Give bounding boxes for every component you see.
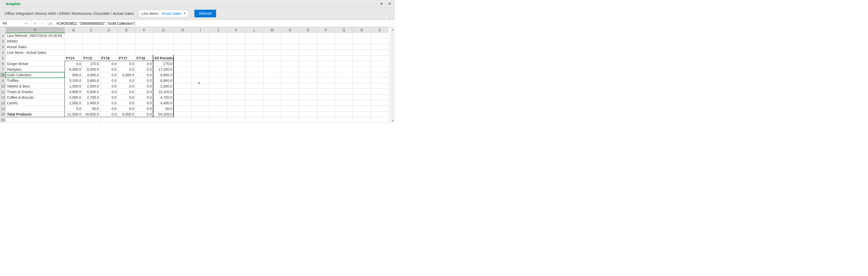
cell[interactable]	[299, 55, 317, 61]
cell[interactable]	[227, 106, 245, 112]
cell[interactable]: 2,400.0	[83, 100, 100, 106]
vertical-scrollbar[interactable]: ▴ ▾	[391, 27, 395, 123]
accept-formula-button[interactable]: ✓	[39, 20, 46, 27]
cell[interactable]: 0.0	[100, 112, 118, 117]
cell[interactable]	[210, 95, 227, 100]
cell[interactable]	[135, 33, 153, 38]
cell[interactable]	[317, 44, 335, 50]
row-header[interactable]: 2	[0, 38, 6, 44]
cell[interactable]: 0.0	[118, 95, 135, 100]
scroll-down-icon[interactable]: ▾	[391, 118, 395, 123]
cell[interactable]: 0.0	[100, 61, 118, 67]
select-all-corner[interactable]	[0, 27, 6, 33]
cell[interactable]	[174, 106, 191, 112]
cell[interactable]	[371, 117, 389, 123]
cell[interactable]	[245, 67, 263, 72]
scroll-up-icon[interactable]: ▴	[391, 27, 395, 32]
cell[interactable]	[210, 67, 227, 72]
cell[interactable]: Treats & Snacks	[6, 89, 65, 95]
cell[interactable]	[153, 44, 174, 50]
cell[interactable]	[100, 117, 118, 123]
cell[interactable]	[83, 38, 100, 44]
cell[interactable]: FY14	[65, 55, 82, 61]
row-header[interactable]: 16	[0, 117, 6, 123]
cell[interactable]	[191, 95, 209, 100]
cell[interactable]	[335, 67, 353, 72]
column-header[interactable]: C	[83, 27, 100, 33]
cell[interactable]	[83, 117, 100, 123]
cell[interactable]	[245, 112, 263, 117]
cell[interactable]: 2,000.0	[65, 95, 82, 100]
cell[interactable]	[263, 50, 281, 55]
cell[interactable]	[281, 84, 299, 89]
cancel-formula-button[interactable]: ✕	[31, 20, 39, 27]
cell[interactable]	[174, 61, 191, 67]
cell[interactable]: Total Products	[6, 112, 65, 117]
cell[interactable]	[153, 33, 174, 38]
cell[interactable]: 55,320.0	[153, 112, 174, 117]
cell[interactable]: 0.0	[118, 67, 135, 72]
cell[interactable]	[263, 106, 281, 112]
cell[interactable]	[227, 89, 245, 95]
column-header[interactable]: K	[227, 27, 245, 33]
cell[interactable]	[371, 112, 389, 117]
cell[interactable]: 8,000.0	[65, 67, 82, 72]
cell[interactable]	[191, 44, 209, 50]
cell[interactable]: 0.0	[135, 95, 153, 100]
cell[interactable]	[335, 61, 353, 67]
cell[interactable]	[335, 72, 353, 78]
row-header[interactable]: 12	[0, 95, 6, 100]
cell[interactable]	[281, 95, 299, 100]
cell[interactable]: All Periods	[153, 55, 174, 61]
cell[interactable]	[335, 106, 353, 112]
column-header[interactable]: D	[100, 27, 118, 33]
cell[interactable]	[191, 61, 209, 67]
cell[interactable]	[227, 38, 245, 44]
cell[interactable]	[191, 55, 209, 61]
cell[interactable]	[335, 95, 353, 100]
cell[interactable]	[210, 33, 227, 38]
cell[interactable]	[371, 100, 389, 106]
row-header[interactable]: 10	[0, 84, 6, 89]
cell[interactable]: 4,700.0	[153, 95, 174, 100]
cell[interactable]: 0.0	[100, 89, 118, 95]
cell[interactable]	[210, 44, 227, 50]
cell[interactable]	[353, 55, 371, 61]
row-header[interactable]: 9	[0, 78, 6, 84]
cell[interactable]	[281, 78, 299, 84]
cell[interactable]	[83, 50, 100, 55]
cell[interactable]	[299, 100, 317, 106]
cell[interactable]	[281, 38, 299, 44]
cell[interactable]	[263, 84, 281, 89]
cell[interactable]	[353, 112, 371, 117]
row-header[interactable]: 6	[0, 61, 6, 67]
column-header[interactable]: Q	[335, 27, 353, 33]
cell[interactable]	[371, 72, 389, 78]
cell[interactable]: 2,300.0	[153, 84, 174, 89]
cell[interactable]	[263, 55, 281, 61]
cell[interactable]: 6,900.0	[153, 78, 174, 84]
cell[interactable]	[353, 50, 371, 55]
cell[interactable]	[281, 89, 299, 95]
column-header[interactable]: B	[65, 27, 82, 33]
column-header[interactable]: R	[353, 27, 371, 33]
cell[interactable]: 4,400.0	[153, 100, 174, 106]
cell[interactable]	[210, 50, 227, 55]
cell[interactable]	[191, 100, 209, 106]
cell[interactable]	[299, 106, 317, 112]
cell[interactable]	[227, 50, 245, 55]
cell[interactable]	[353, 100, 371, 106]
column-header[interactable]: P	[317, 27, 335, 33]
cell[interactable]	[118, 33, 135, 38]
column-header[interactable]: L	[245, 27, 263, 33]
column-header[interactable]: G	[153, 27, 174, 33]
cell[interactable]	[191, 89, 209, 95]
column-header[interactable]: O	[299, 27, 317, 33]
cell[interactable]: 170.0	[153, 61, 174, 67]
cell[interactable]	[191, 84, 209, 89]
close-icon[interactable]: ✕	[388, 1, 392, 6]
cell[interactable]: FY17	[118, 55, 135, 61]
column-header[interactable]: M	[263, 27, 281, 33]
cell[interactable]: 0.0	[135, 100, 153, 106]
cell[interactable]	[227, 72, 245, 78]
